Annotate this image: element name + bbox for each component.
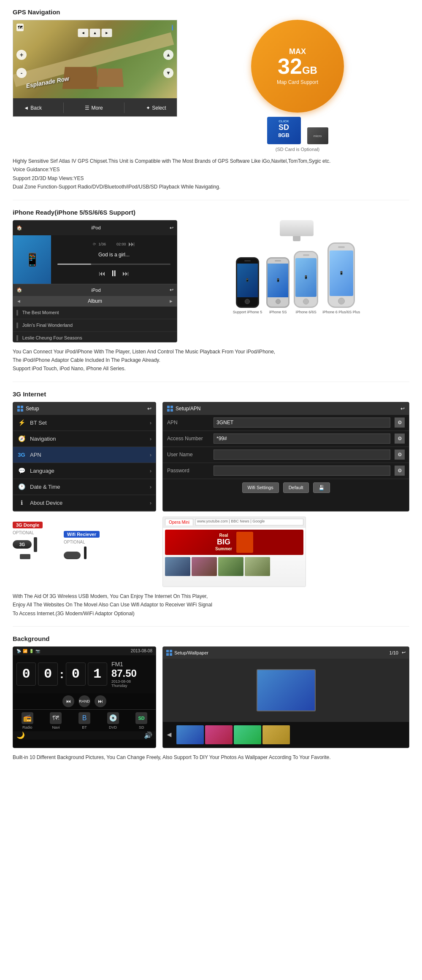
wifi-antenna: [84, 547, 87, 559]
wifi-settings-btn[interactable]: Wifi Settings: [242, 482, 279, 493]
menu-3g-apn[interactable]: 3G APN ›: [13, 447, 156, 463]
sd-number: 32: [278, 55, 302, 77]
nav-navi[interactable]: 🗺 Navi: [42, 710, 70, 731]
pb-next-btn[interactable]: ⏭: [95, 695, 106, 707]
nav-icon: 🧭: [17, 435, 26, 442]
thumb-1: [165, 557, 190, 576]
radio-icon: 📻: [22, 712, 33, 724]
play-btn[interactable]: ⏸: [110, 269, 118, 278]
pepsi-logo: [236, 532, 253, 553]
wp-thumb-2[interactable]: [205, 725, 233, 744]
clock-icon: 🕐: [17, 483, 26, 490]
ipod-playback-btns: ⏮ ⏸ ⏭: [99, 269, 129, 278]
head-unit-screen: 📡 📶 🔋 📷 2013-08-08 0 0 : 0 1: [13, 646, 156, 748]
phone2-label: iPhone 5S: [269, 310, 287, 314]
iphone6plus-device: 📱 iPhone 6 Plus/6S Plus: [322, 242, 360, 314]
apn-gear-4[interactable]: ⚙: [395, 466, 405, 476]
nav-bt[interactable]: B BT: [70, 710, 99, 731]
browser-preview: Opera Mini www.youtube.com | BBC News | …: [162, 517, 306, 587]
hu-icon-2: 📶: [23, 649, 27, 653]
pb-prev-btn[interactable]: ⏮: [62, 695, 74, 707]
iphone5s-body: 📱: [266, 257, 289, 308]
3g-dongle-item: 3G Dongle OPTIONAL 3G: [13, 521, 43, 559]
internet-desc-1: With The Aid Of 3G Wireless USB Modem, Y…: [13, 592, 409, 600]
apn-val-3[interactable]: [214, 450, 390, 460]
dongle-antenna: [34, 537, 37, 552]
gps-controls-bar: ◄ Back ☰ More ✦ Select: [13, 98, 177, 117]
apn-val-2[interactable]: *99#: [214, 433, 390, 444]
prev-btn[interactable]: ⏮: [99, 270, 106, 277]
default-btn[interactable]: Default: [283, 482, 309, 493]
apn-gear-1[interactable]: ⚙: [395, 417, 405, 428]
apn-label-3: User Name: [167, 452, 209, 458]
nav-sd[interactable]: SD SD: [127, 710, 156, 731]
pb-rand-btn[interactable]: RAND: [78, 695, 90, 707]
apn-val-1[interactable]: 3GNET: [214, 417, 390, 428]
wp-thumb-1[interactable]: [176, 725, 204, 744]
sd-nav-icon: SD: [135, 712, 147, 724]
apn-gear-2[interactable]: ⚙: [395, 433, 405, 444]
gps-back-btn[interactable]: ◄ Back: [24, 105, 42, 111]
wp-thumb-4[interactable]: [262, 725, 290, 744]
nav-dvd[interactable]: 💿 DVD: [99, 710, 127, 731]
apn-val-4[interactable]: [214, 466, 390, 476]
bt-icon: B: [78, 712, 90, 724]
dongle-area: 3G Dongle OPTIONAL 3G: [13, 517, 156, 587]
address-bar[interactable]: www.youtube.com | BBC News | Google: [195, 519, 303, 525]
arrow-icon3: ›: [150, 452, 151, 458]
gps-screenshot: 🗺 i + ▲ - ▼ ◄ ▲ ► Esplanade Row ◄: [13, 20, 177, 117]
nav-sd-label: SD: [139, 725, 144, 730]
ipod-top-bar: 🏠 iPod ↩: [13, 221, 177, 235]
menu-icon: ☰: [85, 105, 89, 111]
day-small: Thursday: [111, 684, 150, 688]
wifi-receiver-badge: Wifi Reciever: [64, 530, 100, 540]
back-arrow-icon: ◄: [24, 105, 29, 111]
dongle-visual: 3G: [13, 537, 43, 559]
wifi-stick-row: [64, 547, 87, 559]
iphone6-device: 📱 iPhone 6/6S: [294, 251, 318, 314]
sd-subtitle: Map Card Support: [277, 79, 318, 85]
wp-header: Setup/Wallpaper 1/10 ↩: [163, 647, 409, 659]
usb-area: [280, 220, 314, 236]
menu-bt-set[interactable]: ⚡ BT Set ›: [13, 415, 156, 431]
sd-circle: MAX 32 GB Map Card Support: [251, 20, 344, 113]
volume-icon: 🔊: [144, 731, 152, 739]
nav-radio[interactable]: 📻 Radio: [13, 710, 42, 731]
wp-left-arrow[interactable]: ◄: [164, 730, 174, 739]
menu-about-device[interactable]: ℹ About Device ›: [13, 495, 156, 511]
iphone5s-device: 📱 iPhone 5S: [266, 257, 289, 314]
arrow-icon5: ›: [150, 484, 151, 490]
navi-icon: 🗺: [50, 712, 62, 724]
save-btn[interactable]: 💾: [313, 482, 330, 493]
wifi-visual: [64, 547, 100, 559]
hu-date: 2013-08-08: [131, 649, 152, 653]
apn-title-text: Setup/APN: [176, 406, 200, 412]
apn-gear-3[interactable]: ⚙: [395, 450, 405, 460]
gps-more-btn[interactable]: ☰ More: [85, 105, 103, 111]
dongle-optional-label: OPTIONAL: [13, 530, 43, 535]
sd-optional-text: (SD Card is Optional): [276, 147, 320, 152]
wp-title-text: Setup/Wallpaper: [174, 650, 208, 655]
menu-language[interactable]: 💬 Language ›: [13, 463, 156, 479]
gps-select-btn[interactable]: ✦ Select: [146, 105, 166, 111]
bluetooth-icon: ⚡: [17, 419, 26, 426]
menu-date-time[interactable]: 🕐 Date & Time ›: [13, 479, 156, 495]
grid-icon: [17, 406, 23, 412]
apn-row-1: APN 3GNET ⚙: [163, 415, 409, 431]
phone4-label: iPhone 6 Plus/6S Plus: [322, 310, 360, 314]
micro-label: micro: [314, 134, 322, 138]
next-btn[interactable]: ⏭: [122, 270, 129, 277]
browser-content: Real BIG Summer: [163, 528, 306, 587]
setup-back-icon: ↩: [147, 406, 151, 412]
hu-playback-row: ⏮ RAND ⏭: [13, 693, 156, 709]
album-item-3: ▌ Leslie Cheung Four Seasons: [13, 332, 177, 342]
wp-thumb-3[interactable]: [234, 725, 261, 744]
nav-radio-label: Radio: [22, 725, 32, 730]
sd-card-small: micro: [307, 127, 328, 144]
apn-row-3: User Name ⚙: [163, 447, 409, 463]
menu-navigation[interactable]: 🧭 Navigation ›: [13, 431, 156, 447]
fm-label: FM1: [111, 661, 150, 668]
opera-tab[interactable]: Opera Mini: [165, 519, 193, 525]
gps-section: GPS Navigation 🗺 i + ▲ - ▼ ◄ ▲: [13, 8, 409, 191]
menu-bt-label: BT Set: [30, 420, 47, 426]
